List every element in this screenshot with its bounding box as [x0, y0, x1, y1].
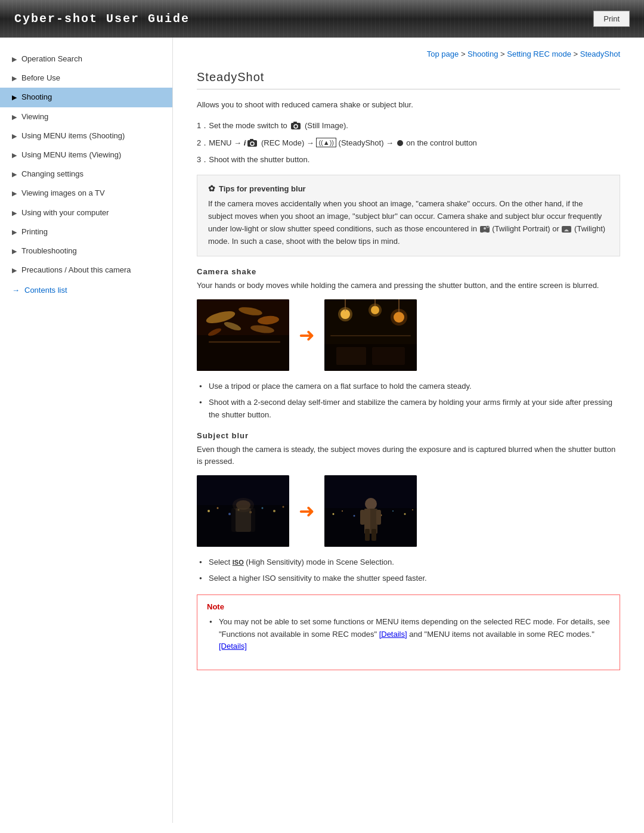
sidebar-item-menu-shooting[interactable]: ▶ Using MENU items (Shooting) — [0, 126, 172, 145]
sidebar-item-precautions[interactable]: ▶ Precautions / About this camera — [0, 261, 172, 280]
svg-point-7 — [484, 227, 486, 230]
svg-point-37 — [228, 513, 231, 515]
steps-section: 1．Set the mode switch to (Still Image). … — [197, 120, 620, 166]
svg-rect-1 — [293, 122, 297, 124]
subject-blur-title: Subject blur — [197, 431, 620, 440]
contents-list-link[interactable]: → Contents list — [0, 280, 172, 301]
breadcrumb-top[interactable]: Top page — [427, 49, 459, 58]
svg-point-35 — [208, 510, 210, 512]
svg-rect-60 — [365, 529, 370, 541]
breadcrumb-current[interactable]: SteadyShot — [580, 49, 620, 58]
camera-shake-title: Camera shake — [197, 267, 620, 276]
arrow-icon: ▶ — [12, 151, 17, 160]
camera-shake-bullet-2: Shoot with a 2-second delay self-timer a… — [199, 397, 620, 422]
details-link-1[interactable]: [Details] — [379, 630, 407, 639]
subject-blur-svg-after — [324, 475, 417, 547]
subject-blur-bullet-2: Select a higher ISO sensitivity to make … — [199, 572, 620, 585]
arrow-icon: ▶ — [12, 74, 17, 83]
twilight-icon — [561, 224, 572, 234]
sidebar-item-changing-settings[interactable]: ▶ Changing settings — [0, 165, 172, 184]
subject-blur-bullet-list: Select ISO (High Sensitivity) mode in Sc… — [197, 556, 620, 585]
arrow-icon: ▶ — [12, 247, 17, 256]
arrow-icon: ▶ — [12, 209, 17, 218]
tips-box: ✿ Tips for preventing blur If the camera… — [197, 175, 620, 256]
breadcrumb-shooting[interactable]: Shooting — [467, 49, 498, 58]
sidebar: ▶ Operation Search ▶ Before Use ▶ Shooti… — [0, 38, 173, 823]
sidebar-item-label: Precautions / About this camera — [21, 265, 131, 275]
svg-rect-62 — [360, 510, 365, 525]
svg-rect-61 — [371, 529, 376, 541]
camera-shake-image-before — [197, 299, 289, 371]
tips-text: If the camera moves accidentally when yo… — [208, 198, 609, 247]
camera-shake-svg-after — [324, 299, 417, 371]
svg-point-54 — [392, 510, 394, 512]
svg-rect-11 — [197, 335, 289, 371]
sidebar-item-label: Using MENU items (Shooting) — [21, 131, 125, 141]
camera-shake-svg-before — [197, 299, 289, 371]
breadcrumb-sep1: > — [461, 49, 467, 58]
arrow-icon: ▶ — [12, 93, 17, 102]
svg-point-40 — [262, 507, 264, 509]
tips-icon: ✿ — [208, 184, 215, 193]
svg-point-56 — [412, 509, 413, 510]
subject-blur-image-after — [324, 475, 417, 547]
sidebar-item-operation-search[interactable]: ▶ Operation Search — [0, 49, 172, 69]
sidebar-item-label: Before Use — [21, 73, 60, 83]
steadyshot-icon: ((▲)) — [316, 138, 336, 147]
step-3: 3．Shoot with the shutter button. — [197, 154, 620, 166]
sidebar-item-label: Printing — [21, 227, 48, 237]
svg-rect-18 — [209, 341, 280, 343]
sidebar-item-printing[interactable]: ▶ Printing — [0, 222, 172, 241]
step-2: 2．MENU → i (REC Mode) → ((▲)) (SteadySho… — [197, 137, 620, 150]
arrow-icon: ▶ — [12, 228, 17, 237]
camera-shake-bullet-list: Use a tripod or place the camera on a fl… — [197, 380, 620, 421]
sidebar-item-viewing-tv[interactable]: ▶ Viewing images on a TV — [0, 184, 172, 203]
sidebar-item-before-use[interactable]: ▶ Before Use — [0, 69, 172, 88]
arrow-between-images: ➜ — [299, 324, 315, 346]
svg-rect-28 — [336, 347, 366, 365]
sidebar-item-label: Troubleshooting — [21, 246, 77, 256]
sidebar-item-label: Using with your computer — [21, 208, 109, 218]
sidebar-item-label: Operation Search — [21, 54, 82, 64]
svg-rect-27 — [330, 335, 411, 336]
page-title: SteadyShot — [197, 70, 620, 89]
svg-point-49 — [333, 513, 335, 515]
control-button-icon — [397, 140, 403, 146]
arrow-icon: ▶ — [12, 113, 17, 122]
arrow-icon: ▶ — [12, 170, 17, 179]
page-number: 42 — [0, 823, 644, 833]
sidebar-item-shooting[interactable]: ▶ Shooting — [0, 88, 172, 107]
sidebar-item-viewing[interactable]: ▶ Viewing — [0, 107, 172, 126]
rec-mode-icon — [247, 138, 258, 148]
breadcrumb-setting-rec[interactable]: Setting REC mode — [507, 49, 571, 58]
sidebar-item-computer[interactable]: ▶ Using with your computer — [0, 203, 172, 222]
breadcrumb-sep2: > — [500, 49, 507, 58]
menu-i-icon: i — [244, 138, 246, 147]
subject-blur-bullet-1: Select ISO (High Sensitivity) mode in Sc… — [199, 556, 620, 569]
content-area: Top page > Shooting > Setting REC mode >… — [173, 38, 644, 823]
arrow-icon: ▶ — [12, 55, 17, 64]
sidebar-item-menu-viewing[interactable]: ▶ Using MENU items (Viewing) — [0, 145, 172, 165]
svg-point-55 — [404, 513, 406, 515]
note-bullet-list: You may not be able to set some function… — [207, 616, 610, 653]
subject-blur-image-before — [197, 475, 289, 547]
sidebar-item-troubleshooting[interactable]: ▶ Troubleshooting — [0, 241, 172, 261]
tips-title: ✿ Tips for preventing blur — [208, 184, 609, 193]
svg-rect-4 — [250, 139, 253, 141]
sidebar-item-label: Shooting — [21, 92, 52, 103]
note-bullet-1: You may not be able to set some function… — [209, 616, 610, 653]
svg-point-36 — [217, 507, 219, 509]
app-title: Cyber-shot User Guide — [14, 12, 190, 26]
svg-point-42 — [283, 506, 284, 508]
arrow-right-icon: → — [12, 286, 20, 295]
details-link-2[interactable]: [Details] — [219, 642, 247, 651]
sidebar-item-label: Viewing — [21, 112, 48, 122]
step-1: 1．Set the mode switch to (Still Image). — [197, 120, 620, 132]
svg-point-51 — [354, 515, 355, 517]
arrow-between-subject-images: ➜ — [299, 500, 315, 522]
subject-blur-svg-before — [197, 475, 289, 547]
print-button[interactable]: Print — [593, 11, 630, 27]
svg-rect-46 — [231, 508, 255, 532]
camera-shake-bullet-1: Use a tripod or place the camera on a fl… — [199, 380, 620, 393]
header: Cyber-shot User Guide Print — [0, 0, 644, 38]
